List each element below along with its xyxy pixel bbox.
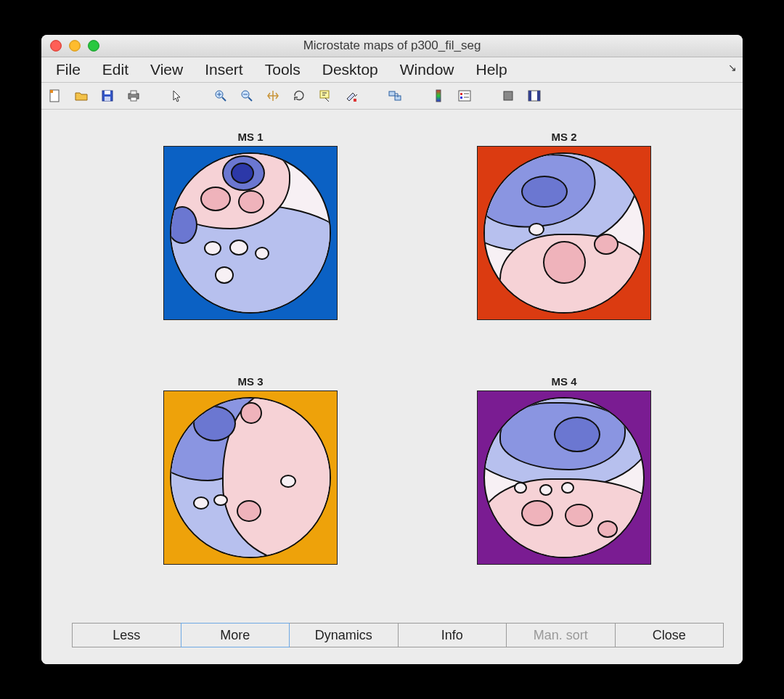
colorbar-icon[interactable]: [429, 86, 448, 105]
save-icon[interactable]: [98, 86, 117, 105]
print-icon[interactable]: [124, 86, 143, 105]
zoom-in-icon[interactable]: [211, 86, 230, 105]
plot-title-ms4: MS 4: [478, 375, 650, 388]
titlebar: Microstate maps of p300_fil_seg: [41, 35, 743, 57]
svg-rect-30: [528, 91, 531, 101]
menu-edit[interactable]: Edit: [92, 60, 139, 80]
menu-help[interactable]: Help: [465, 60, 517, 80]
svg-rect-19: [354, 99, 356, 102]
show-plot-tools-icon[interactable]: [525, 86, 544, 105]
svg-rect-20: [389, 91, 395, 96]
svg-line-13: [248, 97, 252, 101]
plot-title-ms1: MS 1: [164, 131, 337, 143]
topo-head-ms2: [483, 152, 645, 314]
brush-icon[interactable]: [342, 86, 361, 105]
plot-ms4[interactable]: MS 4: [477, 391, 651, 565]
svg-rect-23: [459, 91, 470, 101]
menu-desktop[interactable]: Desktop: [312, 60, 388, 80]
menu-insert[interactable]: Insert: [195, 60, 253, 80]
plot-content-ms3: [164, 391, 337, 564]
window-controls: [50, 40, 99, 52]
man-sort-button[interactable]: Man. sort: [506, 623, 616, 647]
pan-icon[interactable]: [264, 86, 282, 105]
data-cursor-icon[interactable]: [316, 86, 335, 105]
svg-rect-15: [320, 91, 329, 98]
menu-view[interactable]: View: [140, 60, 193, 80]
menu-file[interactable]: File: [46, 60, 91, 80]
button-row: Less More Dynamics Info Man. sort Close: [72, 623, 724, 647]
plot-content-ms4: [478, 391, 650, 564]
toolbar: [41, 83, 743, 110]
rotate-icon[interactable]: [290, 86, 309, 105]
svg-rect-3: [105, 91, 110, 94]
close-button[interactable]: Close: [615, 623, 724, 647]
svg-line-16: [325, 98, 329, 102]
topo-head-ms4: [483, 397, 645, 558]
svg-line-9: [222, 97, 226, 101]
svg-rect-22: [436, 90, 441, 102]
info-button[interactable]: Info: [398, 623, 507, 647]
zoom-window-icon[interactable]: [88, 40, 99, 52]
svg-rect-25: [460, 97, 462, 99]
menu-window[interactable]: Window: [390, 60, 465, 80]
plot-title-ms3: MS 3: [164, 375, 337, 388]
window-title: Microstate maps of p300_fil_seg: [41, 38, 743, 53]
svg-rect-7: [131, 97, 136, 101]
more-button[interactable]: More: [181, 623, 290, 647]
svg-rect-24: [460, 93, 462, 95]
open-icon[interactable]: [72, 86, 91, 105]
hide-icon[interactable]: [499, 86, 518, 105]
plot-title-ms2: MS 2: [478, 131, 650, 143]
close-window-icon[interactable]: [50, 40, 62, 52]
plot-ms1[interactable]: MS 1: [163, 146, 338, 320]
plot-ms3[interactable]: MS 3: [163, 391, 338, 565]
svg-rect-31: [537, 91, 540, 101]
menu-tools[interactable]: Tools: [255, 60, 311, 80]
zoom-out-icon[interactable]: [237, 86, 256, 105]
link-icon[interactable]: [385, 86, 404, 105]
minimize-window-icon[interactable]: [69, 40, 81, 52]
pointer-icon[interactable]: [168, 86, 187, 105]
new-figure-icon[interactable]: [46, 86, 65, 105]
plot-content-ms2: [478, 147, 650, 319]
figure-window: Microstate maps of p300_fil_seg File Edi…: [41, 35, 743, 664]
svg-rect-28: [504, 91, 513, 100]
menubar: File Edit View Insert Tools Desktop Wind…: [41, 57, 743, 83]
less-button[interactable]: Less: [72, 623, 181, 647]
svg-rect-4: [105, 97, 110, 101]
plot-ms2[interactable]: MS 2: [477, 146, 651, 320]
svg-rect-1: [50, 90, 53, 93]
legend-icon[interactable]: [455, 86, 474, 105]
topo-head-ms1: [170, 152, 331, 314]
plot-content-ms1: [164, 147, 337, 319]
dock-corner-icon[interactable]: ↘: [728, 62, 737, 73]
topo-head-ms3: [170, 397, 331, 558]
dynamics-button[interactable]: Dynamics: [289, 623, 399, 647]
figure-area: MS 1 MS 2: [41, 110, 743, 664]
svg-rect-6: [131, 91, 136, 94]
